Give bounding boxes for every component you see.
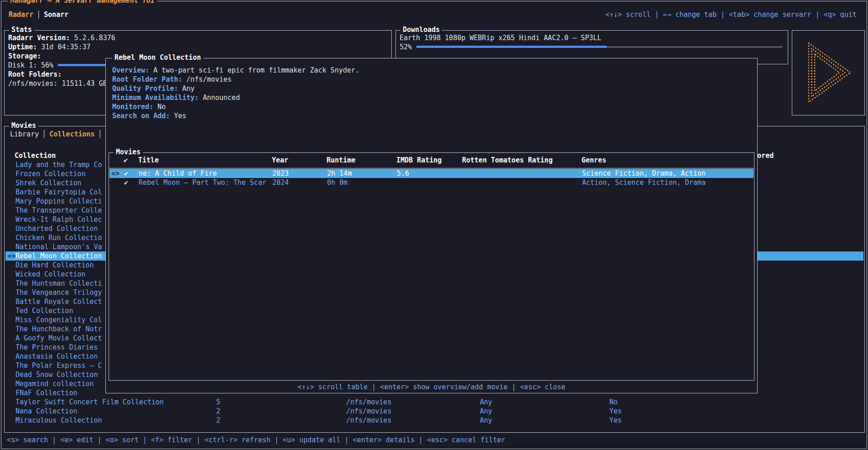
movie-year: 2023 (272, 169, 289, 178)
managarr-logo-icon (794, 33, 863, 113)
movie-year: 2024 (272, 178, 289, 187)
movies-tabs: Library│Collections│ (10, 130, 105, 138)
modal-field: Monitored:No (112, 102, 359, 111)
collection-movie-count: 5 (216, 398, 220, 407)
stats-panel-title: Stats (9, 26, 34, 34)
collection-name: Nana Collection (16, 407, 77, 416)
downloads-panel-title: Downloads (400, 26, 442, 34)
servarr-tabs: Radarr│Sonarr (9, 10, 68, 19)
collection-root-folder-path: /nfs/movies (346, 398, 391, 407)
footer-keybinding-help: <s> search | <e> edit | <o> sort | <f> f… (7, 436, 505, 444)
collection-details-modal: Rebel Moon Collection Overview:A two-par… (105, 58, 758, 393)
collection-name: Lady and the Tramp Co (16, 160, 102, 169)
field-value: /nfs/movies (187, 75, 232, 84)
collection-name: Die Hard Collection (16, 261, 94, 270)
collection-root-folder-path: /nfs/movies (346, 407, 391, 416)
tab-divider: │ (36, 10, 41, 19)
modal-movie-rows: =>✔ne: A Child of Fire20232h 14m5.6Scien… (109, 169, 754, 187)
collection-name: Miraculous Collection (16, 416, 102, 425)
collection-name: A Goofy Movie Collect (16, 334, 102, 343)
modal-movies-table-title: Movies (114, 148, 143, 156)
collection-movie-count: 2 (216, 407, 220, 416)
collection-name: The Hunchback of Notr (16, 324, 102, 334)
uptime-line: Uptime:31d 04:35:37 (8, 42, 388, 52)
collection-name: Wicked Collection (16, 270, 86, 279)
collection-quality-profile: Any (480, 407, 492, 416)
field-label: Quality Profile: (112, 84, 178, 93)
download-progress-line: 52% (400, 42, 784, 52)
download-progress-gauge (416, 42, 782, 52)
collection-search-on-add: No (609, 398, 618, 407)
column-collection: Collection (15, 151, 56, 160)
collection-name: The Transporter Colle (16, 206, 102, 215)
collection-name: Megamind collection (16, 379, 94, 388)
selected-row-arrow: => (7, 251, 16, 261)
modal-field: Quality Profile:Any (112, 84, 359, 93)
collection-search-on-add: Yes (609, 416, 622, 425)
field-label: Root Folder Path: (112, 75, 182, 84)
collection-name: Taylor Swift Concert Film Collection (16, 398, 164, 407)
column-check: ✔ (124, 156, 128, 165)
collection-quality-profile: Any (480, 416, 492, 425)
movie-genres: Action, Science Fiction, Drama (582, 178, 706, 187)
modal-field: Minimum Availability:Announced (112, 93, 359, 102)
collection-name: The Huntsman Collecti (16, 279, 102, 288)
radarr-version-label: Radarr Version: (8, 34, 70, 42)
collection-search-on-add: Yes (609, 407, 622, 416)
movie-title: ne: A Child of Fire (139, 169, 217, 178)
modal-help: <↑↓> scroll table | <enter> show overvie… (106, 383, 757, 391)
column-rotten-tomatoes-rating: Rotten Tomatoes Rating (462, 156, 553, 165)
collection-name: Mary Poppins Collecti (16, 197, 102, 206)
movie-runtime: 2h 14m (327, 169, 352, 178)
movie-title: Rebel Moon – Part Two: The Scar (139, 178, 266, 187)
collection-row[interactable]: Nana Collection2/nfs/moviesAnyYes (5, 407, 863, 416)
field-value: No (157, 103, 166, 111)
field-label: Minimum Availability: (112, 94, 199, 102)
movie-imdb-rating: 5.6 (397, 169, 409, 178)
logo-panel (792, 30, 865, 115)
uptime-label: Uptime: (8, 43, 37, 51)
field-label: Monitored: (112, 103, 153, 111)
column-genres: Genres (582, 156, 606, 165)
collection-movie-count: 2 (216, 416, 220, 425)
field-value: A two-part sci-fi epic from filmmaker Za… (153, 66, 359, 74)
selected-row-arrow: => (111, 169, 120, 178)
disk-usage-label: Disk 1: 56% (8, 61, 53, 70)
collection-name: Rebel Moon Collection (16, 251, 102, 261)
collection-row[interactable]: Miraculous Collection2/nfs/moviesAnyYes (5, 416, 863, 425)
modal-movies-table: Movies ✔ Title Year Runtime IMDB Rating … (109, 152, 754, 381)
collection-name: National Lampoon's Va (16, 242, 102, 251)
tab-divider: │ (42, 130, 46, 138)
modal-field: Search on Add:Yes (112, 111, 359, 120)
tab-divider: │ (98, 130, 102, 138)
tab-radarr[interactable]: Radarr (9, 10, 33, 19)
modal-field: Overview:A two-part sci-fi epic from fil… (112, 66, 359, 75)
column-imdb-rating: IMDB Rating (396, 156, 442, 165)
app-window: Managarr – A Servarr management TUI <↑↓>… (1, 1, 867, 449)
collection-row[interactable]: Taylor Swift Concert Film Collection5/nf… (5, 398, 863, 407)
tab-sonarr[interactable]: Sonarr (44, 10, 68, 19)
download-item-title: Earth 1998 1080p WEBRip x265 Hindi AAC2.… (400, 33, 784, 42)
tab-collections[interactable]: Collections (49, 130, 94, 138)
gauge-fill (416, 46, 607, 48)
movie-runtime: 0h 0m (327, 178, 348, 187)
collection-name: Wreck-It Ralph Collec (16, 215, 102, 224)
movie-row[interactable]: =>✔ne: A Child of Fire20232h 14m5.6Scien… (109, 169, 754, 178)
collection-name: Barbie Fairytopia Col (16, 188, 102, 197)
collection-name: FNaF Collection (16, 388, 77, 398)
field-value: Yes (174, 112, 186, 120)
collection-name: Chicken Run Collectio (16, 233, 102, 242)
column-year: Year (272, 156, 288, 165)
field-label: Search on Add: (112, 112, 170, 120)
collection-name: Anastasia Collection (16, 352, 98, 361)
movie-row[interactable]: ✔Rebel Moon – Part Two: The Scar20240h 0… (109, 178, 754, 187)
collection-name: The Princess Diaries (16, 343, 98, 352)
check-icon: ✔ (124, 169, 128, 178)
collection-name: Dead Snow Collection (16, 370, 98, 379)
radarr-version-line: Radarr Version:5.2.6.8376 (8, 33, 388, 42)
collection-quality-profile: Any (480, 398, 492, 407)
download-percent-label: 52% (400, 42, 412, 52)
collection-name: The Polar Express – C (16, 361, 102, 370)
collection-name: The Vengeance Trilogy (16, 288, 102, 297)
tab-library[interactable]: Library (10, 130, 39, 138)
